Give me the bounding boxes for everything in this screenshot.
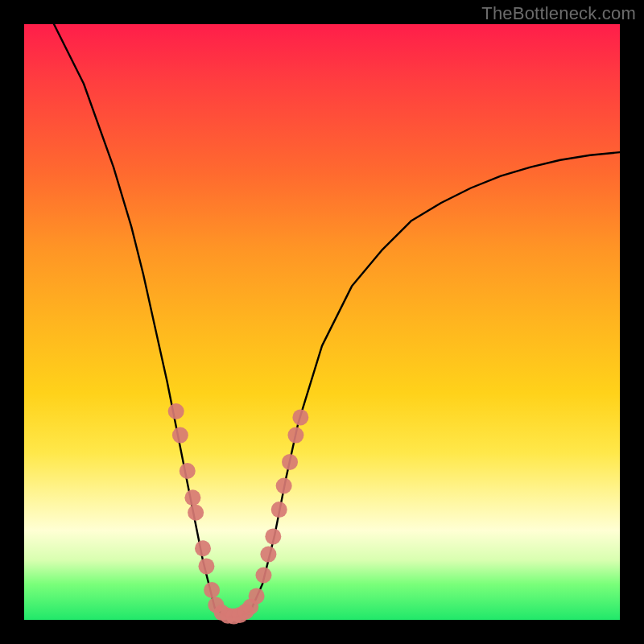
marker-point	[188, 505, 204, 521]
marker-point	[184, 489, 200, 506]
chart-frame: TheBottleneck.com	[0, 0, 644, 644]
marker-point	[198, 558, 214, 574]
marker-point	[292, 409, 308, 425]
plot-area	[24, 24, 620, 620]
marker-point	[287, 427, 303, 444]
watermark-text: TheBottleneck.com	[481, 3, 636, 24]
marker-point	[172, 427, 188, 444]
marker-point	[276, 478, 292, 494]
marker-point	[265, 528, 281, 544]
marker-point	[180, 463, 196, 479]
marker-point	[249, 588, 265, 604]
highlighted-points	[168, 403, 309, 625]
marker-point	[195, 540, 211, 556]
marker-point	[260, 547, 276, 563]
curve-layer	[24, 24, 620, 620]
marker-point	[204, 582, 220, 598]
marker-point	[282, 454, 298, 470]
bottleneck-curve	[54, 24, 620, 617]
marker-point	[168, 403, 184, 419]
marker-point	[271, 502, 287, 518]
marker-point	[255, 568, 271, 584]
